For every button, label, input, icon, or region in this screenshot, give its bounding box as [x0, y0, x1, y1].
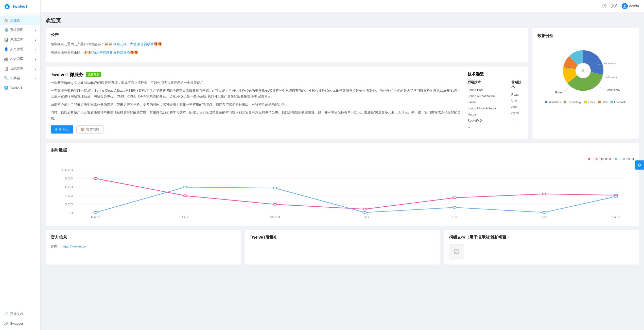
top-section: 公告 领取阿里云通用云产品1888优惠券：🎉🎉 阿里云推广大使 服务器秒杀🎁🎁 … [46, 28, 639, 139]
chevron-down-icon-2: ∨ [34, 38, 36, 41]
svg-line-4 [600, 87, 605, 90]
actual-legend: actual [615, 157, 634, 161]
history-card: TwelveT发展史 [245, 230, 440, 265]
micro-desc-3: 系统初心是为了能够更快地完成业务的需求，带来更好的体验、更多的时间，它将会用于简… [51, 102, 462, 107]
svg-text:Tue: Tue [181, 216, 189, 219]
official-website: 官网： https://twelvet.cn [51, 244, 236, 249]
notice-link-1-0[interactable]: 新用户优惠券 [93, 51, 113, 54]
pie-chart: Forecasts Industries Technology Forex Go… [548, 43, 624, 98]
avatar [622, 3, 628, 9]
micro-desc-4: 同时，我们还希望广大开发者能在其中更快地获得更好的解决方案、尽量降低我们的学习成… [51, 109, 462, 121]
tech-section: 后端技术 Spring BootSpring Authorization Ser… [467, 80, 523, 130]
svg-text:800: 800 [65, 177, 73, 180]
micro-title-text: TwelveT 微服务 [51, 72, 83, 78]
svg-point-26 [94, 177, 97, 179]
system-icon: ⚙️ [4, 28, 8, 32]
donation-card: 捐赠支持（用于演示站/维护项目） 🖼 [444, 230, 639, 265]
announcement-title: 公告 [51, 32, 523, 38]
translate-icon[interactable]: 文A [611, 3, 618, 9]
micro-left: TwelveT 微服务 免费开源 一款基于Spring Cloud Alibab… [51, 72, 462, 134]
label-forex: Forex [555, 91, 563, 94]
home-icon: 🏠 [4, 18, 8, 22]
forecasts-label: Forecasts [614, 101, 626, 104]
left-column: 公告 领取阿里云通用云产品1888优惠券：🎉🎉 阿里云推广大使 服务器秒杀🎁🎁 … [46, 28, 528, 139]
microservice-card: TwelveT 微服务 免费开源 一款基于Spring Cloud Alibab… [46, 67, 528, 139]
svg-point-30 [453, 197, 456, 199]
chevron-down-icon: ∨ [34, 29, 36, 31]
github-icon: ⊕ [55, 127, 58, 131]
chart-legend: Industries Technology Forex Gold [545, 101, 626, 104]
notice-link-0-0[interactable]: 阿里云推广大使 [113, 42, 136, 46]
data-analysis-card: 数据分析 [532, 28, 639, 139]
sidebar-item-system-monitor[interactable]: 📊 系统监控 ∨ [0, 35, 40, 44]
expected-label: expected [599, 157, 611, 161]
svg-point-38 [542, 211, 546, 213]
sidebar-item-system-admin[interactable]: ⚙️ 系统管理 ∨ [0, 25, 40, 35]
settings-button[interactable]: ⚙ [635, 160, 644, 170]
sidebar-item-dev-docs[interactable]: 📄 开发文档 [0, 309, 40, 319]
free-badge: 免费开源 [86, 72, 101, 77]
legend-forecasts: Forecasts [611, 101, 626, 104]
pie-chart-wrapper: Forecasts Industries Technology Forex Go… [537, 43, 634, 104]
tools-icon: 🔧 [4, 76, 8, 80]
micro-desc-2: 一套微服务架构的脚手架,使用Spring Cloud Alibaba系列进行架构… [51, 88, 462, 100]
frontend-title: 前端技术 [511, 80, 523, 89]
legend-gold: Gold [598, 101, 607, 104]
data-analysis-title: 数据分析 [537, 33, 634, 39]
hr-icon: 👤 [4, 47, 8, 51]
expected-legend: expected [588, 157, 611, 161]
sidebar-item-twelvet[interactable]: 🌐 TwelveT [0, 83, 40, 92]
sidebar-logo: TwelveT [0, 0, 40, 13]
sidebar-item-log[interactable]: 📋 日志管理 ∨ [0, 64, 40, 73]
user-menu[interactable]: admin [622, 3, 639, 9]
svg-point-27 [183, 195, 187, 197]
chevron-down-icon-4: ∨ [34, 58, 36, 60]
svg-point-29 [363, 208, 367, 210]
sidebar-item-system-monitor-label: 系统监控 [10, 37, 23, 42]
official-info-card: 官方信息 官网： https://twelvet.cn [46, 230, 241, 265]
official-website-link[interactable]: https://twelvet.cn [62, 244, 86, 248]
notice-link-1-1[interactable]: 服务器秒杀🎁🎁 [113, 51, 138, 54]
industries-label: Industries [548, 101, 561, 104]
svg-point-31 [542, 193, 546, 195]
actual-line [618, 159, 622, 159]
legend-forex: Forex [584, 101, 595, 104]
sidebar-item-dev-docs-label: 开发文档 [10, 312, 23, 316]
content-area: 欢迎页 公告 领取阿里云通用云产品1888优惠券：🎉🎉 阿里云推广大使 服务器秒… [41, 12, 644, 330]
official-button[interactable]: 🏠 官方网站 [76, 125, 104, 134]
sidebar-menu: 🏠 欢迎页 ⚙️ 系统管理 ∨ 📊 系统监控 ∨ 👤 人力管理 ∨ 🤖 AI知识… [0, 13, 40, 307]
sidebar-item-welcome[interactable]: 🏠 欢迎页 [0, 15, 40, 25]
donation-title: 捐赠支持（用于演示站/维护项目） [449, 235, 634, 240]
svg-point-1 [582, 69, 584, 72]
svg-point-35 [273, 187, 277, 189]
sidebar-item-tools[interactable]: 🔧 工具箱 ∨ [0, 73, 40, 83]
sidebar-item-hr[interactable]: 👤 人力管理 ∨ [0, 44, 40, 54]
actual-dot-2 [623, 158, 625, 160]
sidebar-item-swagger[interactable]: 🔗 Swagger [0, 319, 40, 328]
svg-text:Sun: Sun [612, 216, 620, 219]
sidebar-bottom: 📄 开发文档 🔗 Swagger [0, 307, 40, 330]
page-title: 欢迎页 [46, 17, 639, 24]
realtime-legend: expected actual [51, 157, 634, 161]
svg-point-39 [614, 195, 618, 197]
notice-link-0-1[interactable]: 服务器秒杀🎁🎁 [137, 42, 162, 46]
sidebar-item-welcome-label: 欢迎页 [10, 18, 20, 23]
svg-text:Thu: Thu [360, 216, 369, 219]
sidebar-item-ai-kb[interactable]: 🤖 AI知识库 ∨ [0, 54, 40, 64]
svg-point-34 [183, 186, 187, 188]
github-button[interactable]: ⊕ GitHub [51, 125, 73, 134]
backend-title: 后端技术 [467, 80, 501, 85]
donation-qr-placeholder: 🖼 [449, 244, 464, 259]
label-forecasts: Forecasts [603, 62, 616, 65]
legend-technology: Technology [564, 101, 581, 104]
log-icon: 📋 [4, 67, 8, 71]
notice-item-0: 领取阿里云通用云产品1888优惠券：🎉🎉 阿里云推广大使 服务器秒杀🎁🎁 [51, 42, 523, 47]
sidebar: TwelveT 🏠 欢迎页 ⚙️ 系统管理 ∨ 📊 系统监控 ∨ 👤 人力管理 … [0, 0, 41, 330]
svg-point-33 [94, 211, 97, 213]
backend-items: Spring BootSpring Authorization ServerSp… [467, 87, 501, 130]
svg-text:1,000: 1,000 [61, 168, 73, 171]
label-technology: Technology [606, 88, 620, 91]
svg-text:Fri: Fri [451, 216, 457, 219]
settings-icon: ⚙ [638, 163, 641, 168]
clock-icon[interactable]: 🕐 [602, 4, 607, 8]
